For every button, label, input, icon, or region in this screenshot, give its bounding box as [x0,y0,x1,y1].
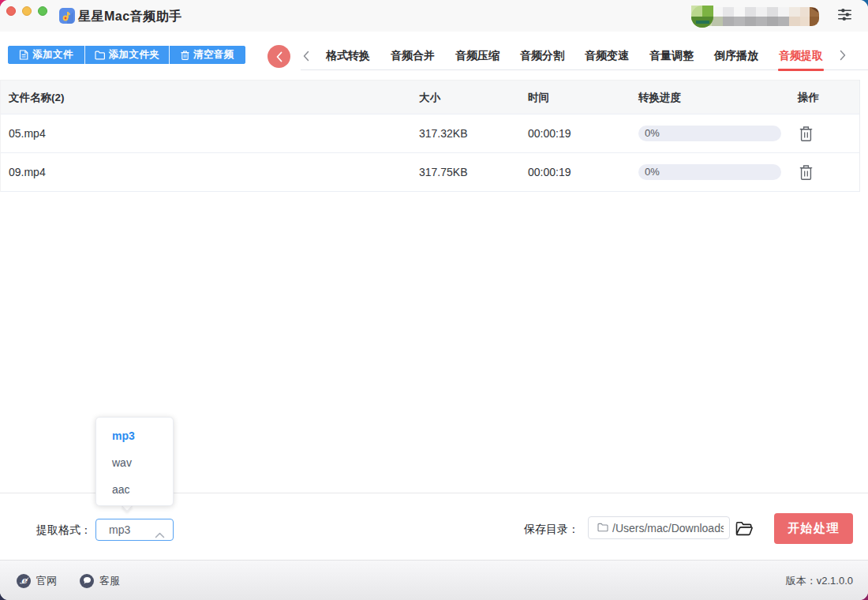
file-size: 317.32KB [419,114,468,152]
col-filename: 文件名称(2) [9,81,65,114]
clear-audio-label: 清空音频 [193,48,234,62]
save-directory-label: 保存目录： [505,518,579,540]
footer: e 官网 客服 版本：v2.1.0.0 [0,560,868,600]
avatar [691,6,713,28]
tabs-scroll-left-icon[interactable] [301,51,311,62]
add-file-label: 添加文件 [32,48,73,62]
file-icon [19,50,28,60]
tab-format-convert[interactable]: 格式转换 [326,41,370,69]
tab-audio-compress[interactable]: 音频压缩 [455,41,499,69]
close-button[interactable] [6,6,16,16]
col-size: 大小 [419,81,440,114]
tabs-scroll-right-icon[interactable] [838,50,847,61]
customer-service-label: 客服 [99,574,120,588]
folder-icon [95,51,105,60]
file-time: 00:00:19 [528,114,571,152]
format-select-value: mp3 [109,519,130,540]
tab-volume-adjust[interactable]: 音量调整 [649,41,694,69]
official-site-label: 官网 [36,574,57,588]
add-folder-label: 添加文件夹 [109,48,160,62]
chevron-left-icon [275,51,283,62]
minimize-button[interactable] [22,6,32,16]
format-select[interactable]: mp3 [95,519,174,541]
tab-audio-merge[interactable]: 音频合并 [391,41,435,69]
col-time: 时间 [528,81,549,114]
chevron-up-icon [155,527,165,542]
option-wav[interactable]: wav [96,449,173,476]
option-mp3[interactable]: mp3 [96,422,173,449]
add-folder-button[interactable]: 添加文件夹 [84,46,169,64]
browse-folder-icon[interactable] [735,521,753,536]
delete-file-icon[interactable] [799,126,813,141]
file-name: 05.mp4 [9,114,46,152]
file-name: 09.mp4 [9,153,46,191]
progress-bar: 0% [638,126,781,141]
start-processing-button[interactable]: 开始处理 [774,513,853,544]
app-title: 星星Mac音频助手 [78,0,182,32]
zoom-button[interactable] [38,6,47,16]
option-aac[interactable]: aac [96,476,173,503]
clear-audio-button[interactable]: 清空音频 [169,46,245,64]
table-row: 09.mp4 317.75KB 00:00:19 0% [1,153,859,192]
file-actions-group: 添加文件 添加文件夹 清空音频 [8,46,245,64]
tab-audio-split[interactable]: 音频分割 [520,41,564,69]
official-site-link[interactable]: e 官网 [17,561,57,600]
progress-bar: 0% [638,164,781,180]
extract-format-label: 提取格式： [0,519,92,541]
app-logo-icon [59,8,75,24]
col-operation: 操作 [798,81,819,114]
feature-tabs: 格式转换 音频合并 音频压缩 音频分割 音频变速 音量调整 倒序播放 音频提取 [326,41,823,69]
file-table: 文件名称(2) 大小 时间 转换进度 操作 05.mp4 317.32KB 00… [0,80,860,192]
trash-icon [181,51,189,60]
delete-file-icon[interactable] [799,165,813,180]
tab-audio-extract[interactable]: 音频提取 [779,41,823,69]
app-window: 星星Mac音频助手 [0,0,868,600]
customer-service-link[interactable]: 客服 [80,561,120,600]
titlebar: 星星Mac音频助手 [0,0,868,32]
customer-service-icon [80,574,94,588]
table-row: 05.mp4 317.32KB 00:00:19 0% [1,114,859,153]
file-size: 317.75KB [419,153,468,191]
save-path-input[interactable]: /Users/mac/Downloads [588,516,730,539]
col-progress: 转换进度 [638,81,681,114]
official-site-icon: e [17,574,31,588]
format-dropdown: mp3 wav aac [95,417,174,506]
folder-small-icon [597,521,608,535]
back-button[interactable] [268,45,290,68]
version-text: 版本：v2.1.0.0 [786,561,853,600]
table-header: 文件名称(2) 大小 时间 转换进度 操作 [1,80,859,114]
user-account-censored[interactable] [691,6,819,28]
tab-audio-speed[interactable]: 音频变速 [585,41,629,69]
save-path-value: /Users/mac/Downloads [612,522,724,534]
tab-reverse-play[interactable]: 倒序播放 [714,41,758,69]
add-file-button[interactable]: 添加文件 [8,46,84,64]
settings-sliders-icon[interactable] [836,8,852,24]
file-time: 00:00:19 [528,153,571,191]
